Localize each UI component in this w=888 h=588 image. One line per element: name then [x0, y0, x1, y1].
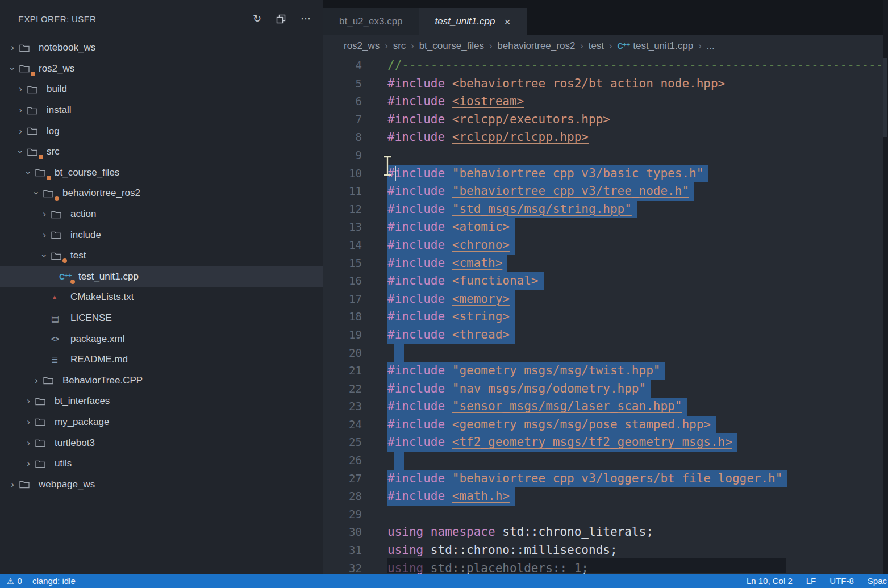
code-line[interactable]: 15#include <cmath> — [323, 255, 888, 273]
refresh-explorer-icon[interactable]: ↻ — [253, 14, 261, 24]
line-number[interactable]: 15 — [323, 255, 362, 273]
code-line[interactable]: 9 — [323, 147, 888, 165]
line-number[interactable]: 28 — [323, 487, 362, 506]
chevron-right-icon[interactable]: › — [30, 375, 43, 386]
line-number[interactable]: 4 — [323, 57, 362, 75]
code-line[interactable]: 25#include <tf2_geometry_msgs/tf2_geomet… — [323, 433, 888, 452]
tree-item-build[interactable]: ›build — [0, 79, 323, 100]
breadcrumb-item-bt-course-files[interactable]: bt_course_files — [419, 40, 484, 52]
chevron-right-icon[interactable]: › — [6, 42, 19, 53]
code-line-content[interactable]: #include "std_msgs/msg/string.hpp" — [387, 201, 637, 219]
code-line-content[interactable]: #include "geometry_msgs/msg/twist.hpp" — [387, 362, 665, 380]
tree-item-test-unit1-cpp[interactable]: C⁺⁺test_unit1.cpp — [0, 266, 323, 287]
code-line-content[interactable]: using namespace std::chrono_literals; — [387, 523, 653, 541]
tree-item-readme-md[interactable]: ≣README.md — [0, 349, 323, 370]
chevron-down-icon[interactable]: › — [31, 186, 42, 200]
code-line[interactable]: 16#include <functional> — [323, 272, 888, 290]
code-line-content[interactable]: using std::chrono::milliseconds; — [387, 541, 618, 560]
tree-item-cmakelists-txt[interactable]: ▲CMakeLists.txt — [0, 287, 323, 308]
horizontal-scrollbar[interactable] — [387, 558, 786, 573]
code-line[interactable]: 7#include <rclcpp/executors.hpp> — [323, 111, 888, 129]
status-indentation-indicator[interactable]: Spac — [868, 576, 887, 586]
code-line[interactable]: 30using namespace std::chrono_literals; — [323, 523, 888, 541]
line-number[interactable]: 27 — [323, 470, 362, 488]
tree-item-notebook-ws[interactable]: ›notebook_ws — [0, 37, 323, 59]
breadcrumb-item-ros2-ws[interactable]: ros2_ws — [344, 40, 380, 52]
code-line-content[interactable]: #include "sensor_msgs/msg/laser_scan.hpp… — [387, 398, 687, 416]
breadcrumb-item-[interactable]: ... — [706, 40, 714, 52]
chevron-down-icon[interactable]: › — [15, 145, 26, 159]
line-number[interactable]: 25 — [323, 433, 362, 452]
code-line[interactable]: 11#include "behaviortree_cpp_v3/tree_nod… — [323, 182, 888, 201]
line-number[interactable]: 20 — [323, 344, 362, 362]
line-number[interactable]: 6 — [323, 93, 362, 111]
breadcrumb-item-test[interactable]: test — [589, 40, 604, 52]
status-cursor-position[interactable]: Ln 10, Col 2 — [747, 576, 793, 586]
code-line[interactable]: 4//-------------------------------------… — [323, 57, 888, 75]
tree-item-turtlebot3[interactable]: ›turtlebot3 — [0, 432, 323, 453]
code-line-content[interactable]: #include <atomic> — [387, 218, 515, 236]
chevron-down-icon[interactable]: › — [23, 166, 34, 180]
tab-test-unit1-cpp[interactable]: test_unit1.cpp× — [419, 8, 527, 35]
tree-item-my-package[interactable]: ›my_package — [0, 412, 323, 433]
status-eol-indicator[interactable]: LF — [806, 576, 816, 586]
status-encoding-indicator[interactable]: UTF-8 — [829, 576, 854, 586]
line-number[interactable]: 16 — [323, 272, 362, 290]
breadcrumb-item-src[interactable]: src — [393, 40, 406, 52]
line-number[interactable]: 13 — [323, 218, 362, 236]
code-line[interactable]: 6#include <iostream> — [323, 93, 888, 111]
line-number[interactable]: 9 — [323, 147, 362, 165]
tree-item-license[interactable]: ▤LICENSE — [0, 308, 323, 329]
more-actions-icon[interactable]: ⋯ — [301, 14, 311, 24]
breadcrumb-item-behaviortree-ros2[interactable]: behaviortree_ros2 — [497, 40, 575, 52]
line-number[interactable]: 14 — [323, 236, 362, 255]
chevron-right-icon[interactable]: › — [6, 479, 19, 490]
line-number[interactable]: 32 — [323, 560, 362, 574]
line-number[interactable]: 31 — [323, 541, 362, 560]
line-number[interactable]: 7 — [323, 111, 362, 129]
code-line-content[interactable]: #include <math.h> — [387, 487, 515, 506]
code-line[interactable]: 28#include <math.h> — [323, 487, 888, 506]
code-line-content[interactable]: #include <rclcpp/rclcpp.hpp> — [387, 128, 589, 147]
chevron-right-icon[interactable]: › — [14, 84, 27, 95]
code-line-content[interactable]: #include <tf2_geometry_msgs/tf2_geometry… — [387, 433, 737, 452]
scrollbar-thumb[interactable] — [883, 58, 887, 137]
line-number[interactable]: 22 — [323, 380, 362, 398]
code-line[interactable]: 23#include "sensor_msgs/msg/laser_scan.h… — [323, 398, 888, 416]
tree-item-install[interactable]: ›install — [0, 100, 323, 121]
line-number[interactable]: 29 — [323, 506, 362, 524]
line-number[interactable]: 11 — [323, 182, 362, 201]
code-line-content[interactable]: #include "nav_msgs/msg/odometry.hpp" — [387, 380, 651, 398]
tree-item-package-xml[interactable]: <>package.xml — [0, 328, 323, 349]
tree-item-test[interactable]: ›test — [0, 245, 323, 266]
tree-item-include[interactable]: ›include — [0, 224, 323, 245]
code-line[interactable]: 24#include <geometry_msgs/msg/pose_stamp… — [323, 416, 888, 434]
tree-item-bt-interfaces[interactable]: ›bt_interfaces — [0, 391, 323, 412]
problems-indicator[interactable]: ⚠ 0 — [7, 576, 22, 586]
line-number[interactable]: 21 — [323, 362, 362, 380]
chevron-down-icon[interactable]: › — [7, 62, 18, 76]
collapse-folders-icon[interactable] — [276, 14, 286, 24]
code-line-content[interactable]: #include <memory> — [387, 290, 515, 308]
tree-item-behaviortree-ros2[interactable]: ›behaviortree_ros2 — [0, 183, 323, 204]
code-line-content[interactable] — [387, 344, 404, 362]
tree-item-utils[interactable]: ›utils — [0, 453, 323, 474]
code-line-content[interactable]: #include <cmath> — [387, 255, 507, 273]
tree-item-action[interactable]: ›action — [0, 204, 323, 225]
chevron-right-icon[interactable]: › — [14, 105, 27, 116]
tree-item-webpage-ws[interactable]: ›webpage_ws — [0, 474, 323, 495]
line-number[interactable]: 23 — [323, 398, 362, 416]
code-line[interactable]: 27#include "behaviortree_cpp_v3/loggers/… — [323, 470, 888, 488]
tree-item-log[interactable]: ›log — [0, 120, 323, 141]
tree-item-bt-course-files[interactable]: ›bt_course_files — [0, 162, 323, 184]
tree-item-behaviortree-cpp[interactable]: ›BehaviorTree.CPP — [0, 370, 323, 391]
code-line-content[interactable]: #include "behaviortree_cpp_v3/tree_node.… — [387, 182, 694, 201]
code-line-content[interactable] — [387, 452, 404, 470]
line-number[interactable]: 5 — [323, 75, 362, 93]
line-number[interactable]: 19 — [323, 326, 362, 344]
code-editor[interactable]: 4//-------------------------------------… — [323, 57, 888, 574]
code-line-content[interactable]: #include "behaviortree_cpp_v3/loggers/bt… — [387, 470, 787, 488]
code-line-content[interactable]: #include <behaviortree_ros2/bt_action_no… — [387, 75, 725, 93]
chevron-right-icon[interactable]: › — [22, 437, 35, 449]
line-number[interactable]: 10 — [323, 165, 362, 183]
